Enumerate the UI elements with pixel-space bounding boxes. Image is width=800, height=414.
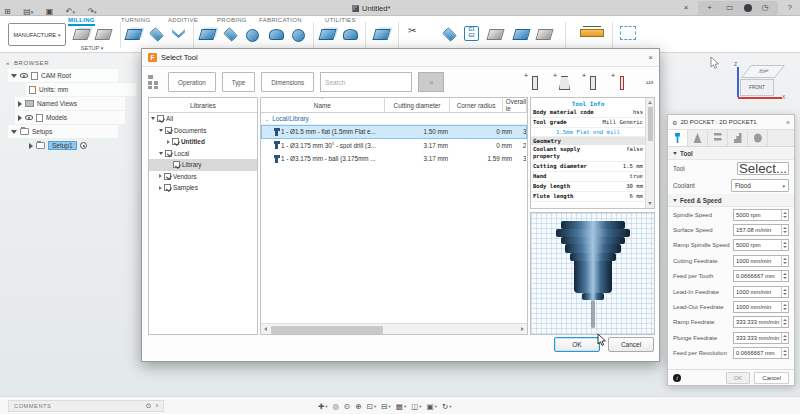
- comments-bar[interactable]: COMMENTS ⊙ ›: [8, 400, 164, 412]
- checkbox-checked[interactable]: [165, 150, 172, 157]
- table-row-ball-endmill[interactable]: 1 - Ø3.175 mm - ball (3.175mm ... 3.17 m…: [261, 152, 527, 166]
- viewcube-front-face[interactable]: FRONT: [740, 79, 774, 96]
- surface-speed-input[interactable]: 157.08 m/min: [733, 224, 789, 236]
- lead-out-feedrate-input[interactable]: 1000 mm/min: [733, 301, 789, 313]
- simulate-icon[interactable]: [372, 25, 391, 42]
- comment-icon[interactable]: ▭: [722, 0, 738, 16]
- dimensions-filter-button[interactable]: Dimensions: [261, 72, 314, 92]
- viewcube-top-face[interactable]: TOP: [741, 65, 785, 78]
- pan-orbit-icon[interactable]: ✚▾: [318, 402, 328, 411]
- tool-select-button[interactable]: Select...: [737, 162, 789, 175]
- step-down-icon[interactable]: [783, 231, 787, 233]
- column-header-cutting-diameter[interactable]: Cutting diameter: [385, 98, 451, 112]
- thread-icon[interactable]: [290, 25, 309, 42]
- visibility-eye-icon[interactable]: [25, 115, 33, 120]
- spindle-speed-input[interactable]: 5000 rpm: [733, 209, 789, 221]
- step-up-icon[interactable]: [783, 350, 787, 352]
- step-up-icon[interactable]: [783, 258, 787, 260]
- tab-tool[interactable]: [668, 130, 688, 146]
- tab-heights[interactable]: [708, 130, 728, 146]
- close-tab-icon[interactable]: ×: [680, 0, 693, 16]
- checkbox-checked[interactable]: [164, 184, 171, 191]
- column-header-name[interactable]: ˆName: [261, 98, 385, 112]
- step-down-icon[interactable]: [783, 323, 787, 325]
- operation-panel-header[interactable]: ⚙ 2D POCKET : 2D POCKET1 »: [668, 115, 794, 130]
- face-icon[interactable]: [170, 25, 189, 42]
- scroll-left-icon[interactable]: [264, 327, 267, 331]
- multi-axis-icon[interactable]: [318, 25, 337, 42]
- step-up-icon[interactable]: [783, 212, 787, 214]
- search-clear-icon[interactable]: ×: [418, 72, 444, 92]
- step-down-icon[interactable]: [783, 293, 787, 295]
- tab-utilities[interactable]: UTILITIES: [325, 17, 356, 23]
- tool-library-icon[interactable]: [512, 25, 531, 42]
- browser-item-units[interactable]: Units: mm: [26, 83, 136, 96]
- scrollbar-thumb[interactable]: [271, 326, 383, 334]
- post-process-icon[interactable]: G1 G2: [464, 26, 479, 41]
- browser-item-named-views[interactable]: Named Views: [15, 97, 125, 110]
- expand-closed-icon[interactable]: [29, 143, 33, 149]
- section-feed-speed[interactable]: Feed & Speed: [668, 194, 794, 207]
- 2d-pocket-icon[interactable]: [198, 25, 217, 42]
- horizontal-scrollbar[interactable]: [261, 323, 527, 334]
- library-node-local[interactable]: Local: [149, 148, 257, 160]
- scroll-right-icon[interactable]: [521, 327, 524, 331]
- new-holder-icon[interactable]: [559, 75, 568, 89]
- look-at-icon[interactable]: ⊙: [344, 402, 350, 411]
- step-down-icon[interactable]: [783, 262, 787, 264]
- info-icon[interactable]: i: [673, 374, 681, 382]
- scroll-up-icon[interactable]: [648, 101, 652, 104]
- library-node-vendors[interactable]: Vendors: [149, 171, 257, 183]
- orbit-icon[interactable]: ◎: [333, 402, 340, 411]
- tree-open-icon[interactable]: [159, 129, 163, 132]
- browser-item-cam-root[interactable]: CAM Root: [8, 69, 118, 82]
- search-input[interactable]: [320, 72, 412, 92]
- tab-geometry[interactable]: [688, 130, 708, 146]
- stepper[interactable]: [781, 333, 788, 343]
- plunge-feedrate-input[interactable]: 333.333 mm/min: [733, 332, 789, 344]
- library-node-all[interactable]: All: [149, 113, 257, 125]
- tree-closed-icon[interactable]: [159, 186, 162, 190]
- drill-icon[interactable]: [341, 25, 360, 42]
- step-down-icon[interactable]: [783, 339, 787, 341]
- tool-preview[interactable]: [530, 212, 655, 335]
- checkbox-checked[interactable]: [173, 161, 180, 168]
- operation-filter-button[interactable]: Operation: [168, 72, 216, 92]
- zoom-icon[interactable]: ⊕: [355, 402, 361, 411]
- selection-tool-icon[interactable]: [620, 26, 636, 40]
- clock-icon[interactable]: ◷: [758, 0, 773, 16]
- nc-program-icon[interactable]: [94, 25, 113, 42]
- new-probe-icon[interactable]: [617, 75, 626, 89]
- dialog-close-icon[interactable]: ×: [648, 53, 653, 62]
- stepper[interactable]: [781, 317, 788, 327]
- expand-open-icon[interactable]: [11, 130, 17, 134]
- active-setup-indicator[interactable]: [80, 142, 87, 149]
- group-expand-icon[interactable]: ⌄: [265, 116, 269, 122]
- step-down-icon[interactable]: [783, 277, 787, 279]
- stepper[interactable]: [781, 225, 788, 235]
- checkbox-checked[interactable]: [172, 138, 179, 145]
- document-tab[interactable]: Untitled*: [352, 0, 390, 16]
- step-down-icon[interactable]: [783, 308, 787, 310]
- stepper[interactable]: [781, 210, 788, 220]
- browser-item-models[interactable]: Models: [15, 111, 125, 124]
- renumber-tools-icon[interactable]: ¹²³: [646, 79, 653, 86]
- table-row-flat-endmill[interactable]: 1 - Ø1.5 mm - flat (1.5mm Flat e... 1.50…: [261, 125, 527, 139]
- step-up-icon[interactable]: [783, 319, 787, 321]
- stock-icon[interactable]: [440, 25, 459, 42]
- tab-turning[interactable]: TURNING: [121, 17, 150, 23]
- checkbox-checked[interactable]: [164, 173, 171, 180]
- 2d-contour-icon[interactable]: [221, 25, 240, 42]
- scrollbar-thumb[interactable]: [648, 107, 653, 141]
- pocket-clearing-icon[interactable]: [147, 25, 166, 42]
- comments-indicator-icon[interactable]: ⊙: [146, 402, 152, 410]
- new-drill-tool-icon[interactable]: [588, 75, 597, 89]
- new-mill-tool-icon[interactable]: [530, 75, 539, 89]
- view-mode-icon[interactable]: [148, 75, 162, 89]
- scissors-icon[interactable]: ✂: [408, 25, 416, 36]
- expand-closed-icon[interactable]: [18, 101, 22, 107]
- grid-settings-icon[interactable]: ▦▾: [396, 402, 406, 411]
- machine-library-icon[interactable]: [535, 25, 554, 42]
- slot-icon[interactable]: [244, 25, 263, 42]
- step-up-icon[interactable]: [783, 227, 787, 229]
